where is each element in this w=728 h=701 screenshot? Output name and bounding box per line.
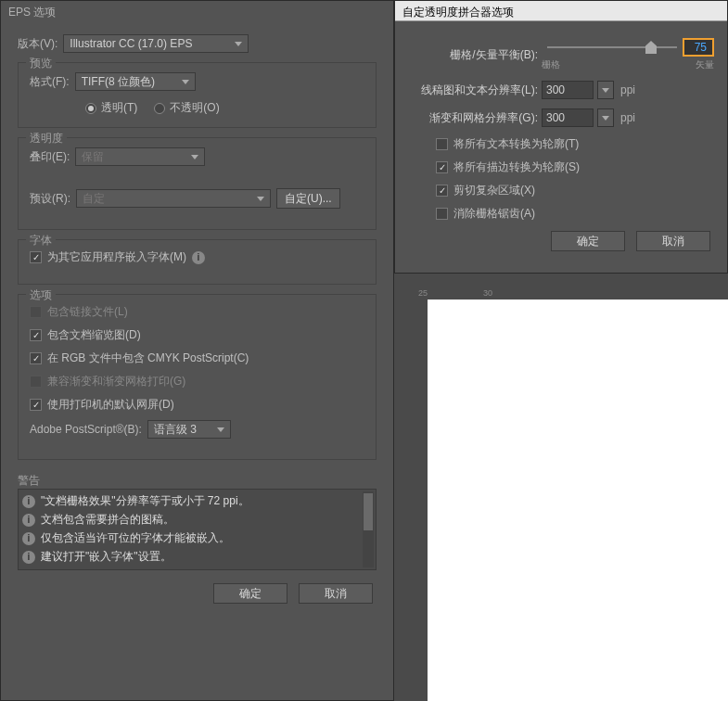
- transparency-group: 透明度 叠印(E): 保留 预设(R): 自定 自定(U)...: [18, 137, 377, 230]
- radio-dot-icon: [154, 103, 165, 114]
- version-dropdown[interactable]: Illustrator CC (17.0) EPS: [63, 34, 249, 53]
- preset-dropdown[interactable]: 自定: [76, 189, 271, 208]
- flattener-ok-button[interactable]: 确定: [551, 231, 625, 251]
- options-legend: 选项: [26, 287, 56, 303]
- transparency-legend: 透明度: [26, 131, 67, 147]
- antialias-checkbox[interactable]: 消除栅格锯齿(A): [436, 206, 714, 222]
- warning-item: i"文档栅格效果"分辨率等于或小于 72 ppi。: [22, 493, 372, 509]
- ok-button[interactable]: 确定: [213, 583, 287, 604]
- format-label: 格式(F):: [30, 74, 70, 90]
- checkbox-icon: [436, 161, 448, 173]
- warnings-list: i"文档栅格效果"分辨率等于或小于 72 ppi。 i文档包含需要拼合的图稿。 …: [18, 489, 377, 570]
- eps-options-dialog: EPS 选项 版本(V): Illustrator CC (17.0) EPS …: [0, 0, 394, 701]
- include-thumb-checkbox[interactable]: 包含文档缩览图(D): [30, 327, 364, 343]
- flattener-dialog-title: 自定透明度拼合器选项: [395, 1, 727, 21]
- grad-res-label: 渐变和网格分辨率(G):: [408, 110, 538, 126]
- ppi-unit: ppi: [620, 83, 635, 96]
- info-icon: i: [22, 514, 35, 527]
- fonts-legend: 字体: [26, 233, 56, 249]
- warnings-label: 警告: [18, 473, 377, 489]
- format-dropdown[interactable]: TIFF(8 位颜色): [75, 72, 196, 91]
- postscript-dropdown[interactable]: 语言级 3: [147, 420, 231, 439]
- radio-opaque[interactable]: 不透明(O): [154, 100, 219, 116]
- convert-stroke-checkbox[interactable]: 将所有描边转换为轮廓(S): [436, 159, 714, 175]
- slider-thumb-icon[interactable]: [645, 41, 657, 54]
- overprint-dropdown[interactable]: 保留: [75, 147, 205, 166]
- clip-complex-checkbox[interactable]: 剪切复杂区域(X): [436, 183, 714, 198]
- ruler-mark: 30: [483, 288, 492, 298]
- artboard[interactable]: [428, 300, 728, 701]
- checkbox-icon: [30, 329, 42, 341]
- preset-label: 预设(R):: [30, 191, 70, 207]
- cancel-button[interactable]: 取消: [299, 583, 373, 604]
- flattener-options-dialog: 自定透明度拼合器选项 栅格/矢量平衡(B): 75 栅格 矢量 线稿图和文本分辨…: [394, 0, 728, 274]
- custom-button[interactable]: 自定(U)...: [276, 188, 340, 209]
- warning-item: i文档包含需要拼合的图稿。: [22, 512, 372, 528]
- version-label: 版本(V):: [18, 36, 57, 52]
- include-linked-checkbox[interactable]: 包含链接文件(L): [30, 304, 364, 320]
- info-icon: i: [192, 251, 205, 264]
- preview-legend: 预览: [26, 56, 56, 71]
- checkbox-icon: [436, 138, 448, 150]
- checkbox-icon: [30, 376, 42, 388]
- canvas-area: 25 30: [394, 274, 728, 701]
- line-res-label: 线稿图和文本分辨率(L):: [408, 83, 538, 98]
- embed-fonts-checkbox[interactable]: 为其它应用程序嵌入字体(M) i: [30, 249, 364, 265]
- checkbox-icon: [436, 185, 448, 197]
- info-icon: i: [22, 495, 35, 508]
- grad-res-input[interactable]: 300: [542, 108, 594, 127]
- warning-item: i仅包含适当许可位的字体才能被嵌入。: [22, 530, 372, 546]
- slider-max-label: 矢量: [696, 58, 714, 71]
- options-group: 选项 包含链接文件(L) 包含文档缩览图(D) 在 RGB 文件中包含 CMYK…: [18, 294, 377, 460]
- checkbox-icon: [30, 251, 42, 263]
- radio-transparent[interactable]: 透明(T): [85, 100, 137, 116]
- line-res-dropdown-arrow[interactable]: [597, 81, 614, 99]
- fonts-group: 字体 为其它应用程序嵌入字体(M) i: [18, 239, 377, 285]
- ruler-mark: 25: [418, 288, 428, 298]
- preview-group: 预览 格式(F): TIFF(8 位颜色) 透明(T) 不透明(O): [18, 62, 377, 128]
- convert-text-checkbox[interactable]: 将所有文本转换为轮廓(T): [436, 136, 714, 152]
- compat-gradient-checkbox[interactable]: 兼容渐变和渐变网格打印(G): [30, 374, 364, 389]
- overprint-label: 叠印(E):: [30, 149, 70, 165]
- eps-dialog-title: EPS 选项: [1, 1, 393, 21]
- info-icon: i: [22, 532, 35, 545]
- line-res-input[interactable]: 300: [542, 81, 594, 99]
- scrollbar-thumb[interactable]: [364, 493, 373, 530]
- checkbox-icon: [30, 352, 42, 364]
- include-cmyk-checkbox[interactable]: 在 RGB 文件中包含 CMYK PostScript(C): [30, 350, 364, 366]
- slider-min-label: 栅格: [542, 58, 560, 71]
- postscript-label: Adobe PostScript®(B):: [30, 423, 142, 436]
- warning-item: i建议打开"嵌入字体"设置。: [22, 549, 372, 565]
- balance-slider[interactable]: [547, 46, 677, 48]
- ppi-unit: ppi: [620, 111, 635, 124]
- use-printer-checkbox[interactable]: 使用打印机的默认网屏(D): [30, 397, 364, 413]
- radio-dot-icon: [85, 103, 96, 114]
- checkbox-icon: [30, 399, 42, 411]
- warnings-scrollbar[interactable]: [363, 491, 374, 567]
- info-icon: i: [22, 551, 35, 564]
- flattener-cancel-button[interactable]: 取消: [636, 231, 710, 251]
- grad-res-dropdown-arrow[interactable]: [597, 108, 614, 127]
- balance-label: 栅格/矢量平衡(B):: [408, 47, 538, 63]
- checkbox-icon: [436, 208, 448, 220]
- balance-value-input[interactable]: 75: [683, 38, 714, 57]
- checkbox-icon: [30, 306, 42, 318]
